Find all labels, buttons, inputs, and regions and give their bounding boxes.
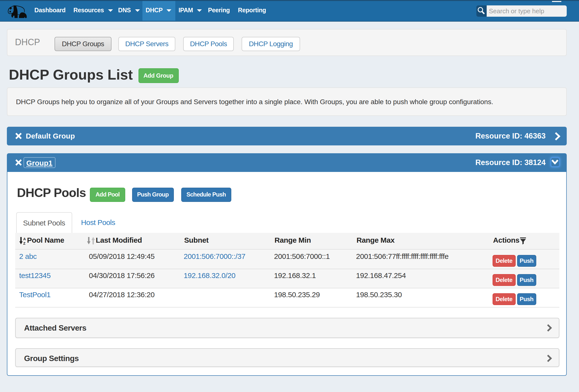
svg-text:Z: Z (23, 241, 25, 245)
svg-text:A: A (23, 237, 26, 241)
